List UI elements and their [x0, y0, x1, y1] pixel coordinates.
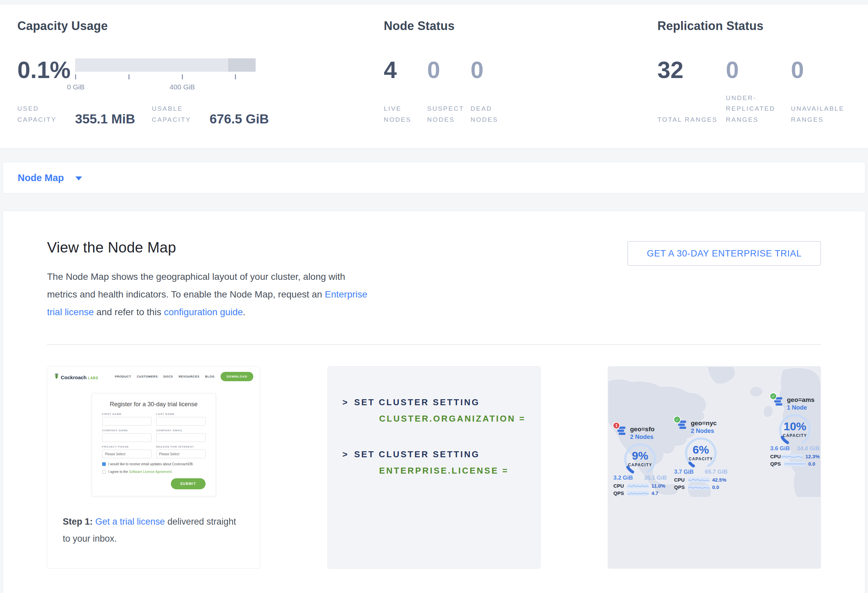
- locality-name: geo=nyc: [691, 419, 717, 427]
- license-agree-checkbox: [102, 470, 106, 474]
- qps-value: 0.0: [712, 484, 719, 490]
- sql-prompt: >: [342, 397, 349, 407]
- minisite-nav: PRODUCT CUSTOMERS DOCS RESOURCES BLOG DO…: [109, 372, 253, 381]
- used-capacity-value: 355.1 MiB: [75, 113, 135, 125]
- dead-nodes-label: DEAD NODES: [471, 103, 514, 125]
- cpu-metric-row: CPU 42.5%: [674, 477, 728, 483]
- step-2-card: >SET CLUSTER SETTING CLUSTER.ORGANIZATIO…: [328, 366, 540, 569]
- suspect-nodes-count: 0: [427, 58, 471, 82]
- company-name-field: [102, 433, 152, 442]
- minisite-nav-item: BLOG: [205, 375, 215, 378]
- unavailable-ranges-count: 0: [791, 58, 868, 82]
- capacity-percent: 10%: [775, 420, 815, 433]
- axis-tick: [128, 74, 130, 79]
- minisite-nav-item: RESOURCES: [179, 375, 199, 378]
- under-replicated-count: 0: [726, 58, 791, 82]
- last-name-field: [156, 417, 205, 425]
- cockroach-bug-icon: [54, 373, 59, 379]
- healthy-badge: ✓: [769, 393, 777, 400]
- qps-sparkline: [784, 462, 806, 466]
- suspect-nodes-label: SUSPECT NODES: [427, 103, 471, 125]
- locality-node-count: 2 Nodes: [630, 433, 654, 441]
- capacity-usage-title: Capacity Usage: [17, 19, 384, 33]
- project-phase-label: PROJECT PHASE: [102, 445, 152, 448]
- reason-select: Please Select: [156, 450, 205, 458]
- minisite-nav-item: DOCS: [164, 375, 173, 378]
- trial-license-form: Register for a 30-day trial license FIRS…: [92, 393, 216, 496]
- replication-status-title: Replication Status: [657, 19, 868, 33]
- axis-tick: [75, 74, 76, 79]
- license-agree-text: I agree to the Software License Agreemen…: [108, 470, 173, 474]
- axis-tick: [182, 74, 183, 79]
- unavailable-ranges-label: UNAVAILABLE RANGES: [791, 103, 868, 125]
- cpu-value: 11.0%: [651, 483, 666, 489]
- cpu-value: 42.5%: [712, 477, 726, 483]
- step-3-card: 1 geo=sfo 2 Nodes 9% CAPACITY 3.2 GiB: [608, 366, 821, 569]
- company-email-field: [156, 433, 205, 442]
- usable-capacity-metric: USABLE CAPACITY 676.5 GiB: [152, 103, 269, 125]
- locality-node-count: 1 Node: [787, 404, 815, 412]
- sql-setting-name: CLUSTER.ORGANIZATION =: [379, 413, 540, 424]
- capacity-label: CAPACITY: [775, 433, 815, 438]
- axis-tick-label: 0 GiB: [67, 83, 85, 91]
- sql-commands-panel: >SET CLUSTER SETTING CLUSTER.ORGANIZATIO…: [328, 366, 540, 568]
- capacity-used: 3.7 GiB: [674, 469, 694, 475]
- qps-metric-row: QPS 0.0: [770, 461, 819, 466]
- axis-tick: [235, 74, 236, 79]
- capacity-bar-chart: 0 GiB 400 GiB: [75, 58, 262, 103]
- step-1-card: Cockroach LABS PRODUCT CUSTOMERS DOCS RE…: [47, 366, 260, 569]
- step-2-caption: Step 2: Activate the trial license with …: [328, 568, 540, 569]
- configuration-guide-link[interactable]: configuration guide: [164, 307, 243, 317]
- capacity-percent: 9%: [620, 449, 660, 462]
- view-selector-bar: Node Map: [3, 162, 865, 193]
- capacity-percent: 6%: [681, 443, 721, 456]
- healthy-badge: ✓: [673, 416, 681, 423]
- sql-statement: SET CLUSTER SETTING: [354, 397, 480, 407]
- reason-label: REASON FOR INTEREST: [156, 445, 205, 448]
- qps-label: QPS: [770, 461, 784, 466]
- node-map-thumbnail: 1 geo=sfo 2 Nodes 9% CAPACITY 3.2 GiB: [608, 366, 821, 568]
- minisite-submit-button: SUBMIT: [171, 478, 205, 489]
- qps-metric-row: QPS 0.0: [674, 484, 728, 490]
- get-trial-license-link[interactable]: Get a trial license: [96, 516, 165, 527]
- intro-paragraph: The Node Map shows the geographical layo…: [47, 268, 368, 321]
- registration-form-thumbnail: Cockroach LABS PRODUCT CUSTOMERS DOCS RE…: [47, 366, 260, 500]
- step-3-caption: Step 3: Follow this guide to configure l…: [608, 568, 821, 569]
- cpu-label: CPU: [613, 483, 627, 489]
- enterprise-trial-button[interactable]: GET A 30-DAY ENTERPRISE TRIAL: [627, 241, 821, 266]
- qps-metric-row: QPS 4.7: [613, 490, 667, 496]
- error-badge: 1: [613, 422, 620, 429]
- minisite-nav-item: PRODUCT: [115, 375, 131, 378]
- intro-text-3: .: [243, 307, 246, 317]
- capacity-gauge: 10% CAPACITY: [775, 412, 815, 444]
- locality-widget-sfo: 1 geo=sfo 2 Nodes 9% CAPACITY 3.2 GiB: [613, 426, 667, 496]
- last-name-label: LAST NAME: [156, 413, 205, 416]
- capacity-label: CAPACITY: [681, 456, 721, 461]
- cpu-sparkline: [781, 454, 803, 459]
- first-name-field: [102, 417, 152, 425]
- capacity-total: 34.4 GiB: [797, 445, 819, 452]
- project-phase-select: Please Select: [102, 450, 152, 458]
- cpu-sparkline: [627, 484, 649, 488]
- total-ranges-label: TOTAL RANGES: [657, 115, 726, 125]
- locality-name: geo=sfo: [630, 425, 654, 433]
- company-name-label: COMPANY NAME: [102, 429, 152, 432]
- axis-tick-label: 400 GiB: [170, 83, 195, 91]
- usable-capacity-value: 676.5 GiB: [210, 113, 269, 125]
- qps-value: 0.0: [808, 461, 815, 466]
- intro-text-2: and refer to this: [94, 307, 164, 317]
- chevron-down-icon: [75, 177, 82, 180]
- email-updates-text: I would like to receive email updates ab…: [108, 462, 194, 466]
- qps-label: QPS: [613, 490, 627, 496]
- cpu-sparkline: [688, 478, 710, 482]
- qps-label: QPS: [674, 484, 688, 490]
- usable-capacity-label: USABLE CAPACITY: [152, 103, 204, 125]
- capacity-bar-nonusable-segment: [228, 58, 255, 72]
- under-replicated-label: UNDER-REPLICATED RANGES: [726, 93, 791, 125]
- company-email-label: COMPANY EMAIL: [156, 429, 205, 432]
- intro-text-1: The Node Map shows the geographical layo…: [47, 271, 345, 300]
- node-map-dropdown[interactable]: Node Map: [18, 172, 82, 184]
- cluster-summary-bar: Capacity Usage 0.1% 0 GiB 400 GiB USED: [0, 4, 868, 149]
- locality-widget-ams: ✓ geo=ams 1 Node 10% CAPACITY 3.6 GiB: [770, 397, 819, 466]
- capacity-axis: 0 GiB 400 GiB: [75, 72, 262, 92]
